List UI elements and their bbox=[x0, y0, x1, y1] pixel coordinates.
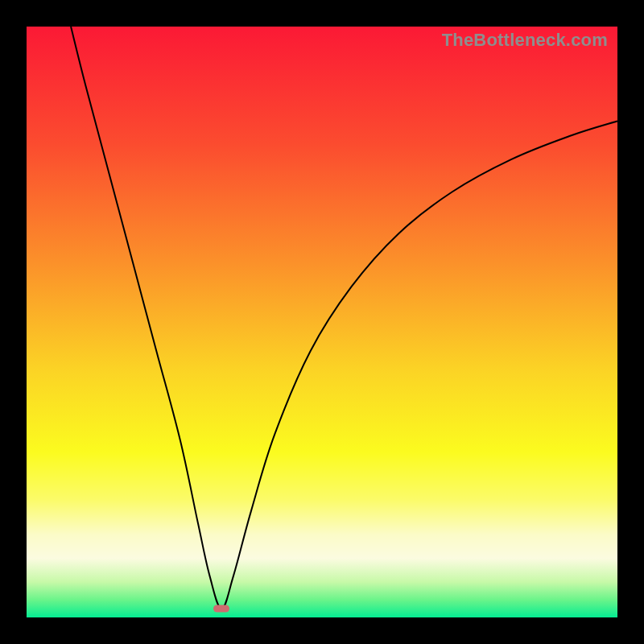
plot-area: TheBottleneck.com bbox=[27, 27, 617, 617]
bottleneck-curve bbox=[27, 27, 617, 617]
chart-frame: TheBottleneck.com bbox=[0, 0, 644, 644]
nadir-marker bbox=[213, 605, 229, 612]
